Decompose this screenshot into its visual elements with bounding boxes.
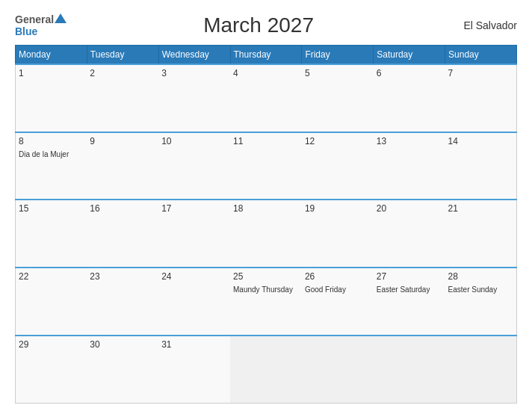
- day-number: 9: [90, 136, 155, 146]
- calendar-cell: 9: [87, 132, 158, 200]
- logo-triangle-icon: [55, 13, 66, 23]
- day-number: 23: [90, 271, 155, 282]
- day-number: 19: [305, 203, 371, 214]
- day-number: 29: [19, 339, 84, 350]
- header-wednesday: Wednesday: [158, 46, 230, 65]
- day-number: 12: [305, 136, 371, 146]
- calendar-cell: 3: [158, 64, 230, 132]
- calendar-cell: 28Easter Sunday: [445, 268, 517, 336]
- calendar-cell: 21: [445, 200, 517, 268]
- calendar-event: Dia de la Mujer: [19, 150, 69, 158]
- day-number: 5: [305, 68, 371, 78]
- header-saturday: Saturday: [374, 46, 445, 65]
- day-number: 4: [233, 68, 299, 78]
- calendar-cell: 22: [16, 268, 87, 336]
- day-number: 15: [19, 203, 84, 214]
- calendar-cell: 10: [158, 132, 230, 200]
- calendar-cell: 20: [374, 200, 445, 268]
- calendar-cell: [230, 336, 302, 404]
- calendar-cell: 14: [445, 132, 517, 200]
- day-number: 28: [448, 271, 513, 282]
- header: General Blue March 2027 El Salvador: [15, 13, 517, 37]
- weekday-header-row: Monday Tuesday Wednesday Thursday Friday…: [16, 46, 517, 65]
- day-number: 10: [161, 136, 227, 146]
- day-number: 3: [161, 68, 227, 78]
- calendar-cell: 5: [302, 64, 374, 132]
- header-monday: Monday: [16, 46, 87, 65]
- header-tuesday: Tuesday: [87, 46, 158, 65]
- calendar-cell: 17: [158, 200, 230, 268]
- calendar-cell: 27Easter Saturday: [374, 268, 445, 336]
- logo: General Blue: [15, 13, 67, 37]
- calendar-body: 12345678Dia de la Mujer91011121314151617…: [16, 64, 517, 404]
- day-number: 26: [305, 271, 371, 282]
- day-number: 18: [233, 203, 299, 214]
- day-number: 1: [19, 68, 84, 78]
- day-number: 2: [90, 68, 155, 78]
- calendar-cell: [302, 336, 374, 404]
- day-number: 22: [19, 271, 84, 282]
- header-friday: Friday: [302, 46, 374, 65]
- calendar-cell: 4: [230, 64, 302, 132]
- day-number: 11: [233, 136, 299, 146]
- day-number: 30: [90, 339, 155, 350]
- logo-general: General: [15, 13, 54, 25]
- day-number: 31: [161, 339, 227, 350]
- calendar-cell: 30: [87, 336, 158, 404]
- calendar-week-row: 15161718192021: [16, 200, 517, 268]
- calendar-cell: 6: [374, 64, 445, 132]
- calendar-cell: 2: [87, 64, 158, 132]
- calendar-cell: 15: [16, 200, 87, 268]
- calendar-cell: 13: [374, 132, 445, 200]
- calendar-title: March 2027: [67, 13, 450, 37]
- country-label: El Salvador: [450, 19, 517, 31]
- calendar-cell: 19: [302, 200, 374, 268]
- calendar-cell: 24: [158, 268, 230, 336]
- day-number: 21: [448, 203, 513, 214]
- calendar-cell: 25Maundy Thursday: [230, 268, 302, 336]
- calendar-event: Maundy Thursday: [233, 285, 293, 294]
- day-number: 8: [19, 136, 84, 146]
- day-number: 14: [448, 136, 513, 146]
- calendar-event: Good Friday: [305, 285, 346, 294]
- day-number: 20: [377, 203, 442, 214]
- calendar-cell: 7: [445, 64, 517, 132]
- calendar-cell: [445, 336, 517, 404]
- calendar-page: General Blue March 2027 El Salvador Mond…: [0, 0, 532, 411]
- calendar-cell: 11: [230, 132, 302, 200]
- day-number: 13: [377, 136, 442, 146]
- calendar-cell: 23: [87, 268, 158, 336]
- calendar-week-row: 22232425Maundy Thursday26Good Friday27Ea…: [16, 268, 517, 336]
- day-number: 16: [90, 203, 155, 214]
- calendar-event: Easter Sunday: [448, 285, 498, 294]
- calendar-cell: 16: [87, 200, 158, 268]
- calendar-event: Easter Saturday: [377, 285, 430, 294]
- day-number: 6: [377, 68, 442, 78]
- calendar-week-row: 1234567: [16, 64, 517, 132]
- calendar-week-row: 8Dia de la Mujer91011121314: [16, 132, 517, 200]
- header-thursday: Thursday: [230, 46, 302, 65]
- calendar-table: Monday Tuesday Wednesday Thursday Friday…: [15, 45, 517, 404]
- calendar-cell: 12: [302, 132, 374, 200]
- calendar-cell: 18: [230, 200, 302, 268]
- calendar-cell: 1: [16, 64, 87, 132]
- calendar-cell: [374, 336, 445, 404]
- calendar-cell: 8Dia de la Mujer: [16, 132, 87, 200]
- day-number: 24: [161, 271, 227, 282]
- calendar-cell: 31: [158, 336, 230, 404]
- calendar-cell: 29: [16, 336, 87, 404]
- day-number: 7: [448, 68, 513, 78]
- header-sunday: Sunday: [445, 46, 517, 65]
- day-number: 25: [233, 271, 299, 282]
- day-number: 17: [161, 203, 227, 214]
- day-number: 27: [377, 271, 442, 282]
- calendar-week-row: 293031: [16, 336, 517, 404]
- logo-blue: Blue: [15, 25, 67, 37]
- calendar-cell: 26Good Friday: [302, 268, 374, 336]
